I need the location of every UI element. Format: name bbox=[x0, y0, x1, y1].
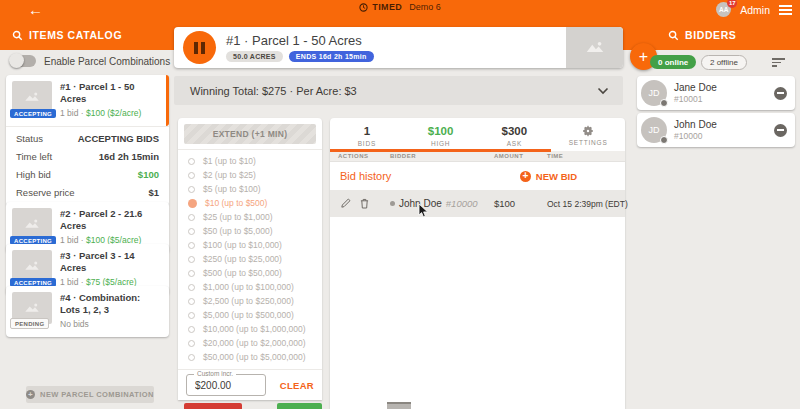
selected-indicator bbox=[166, 75, 169, 126]
combinations-toggle[interactable] bbox=[10, 55, 36, 67]
radio-icon bbox=[188, 228, 195, 235]
tab-settings[interactable]: SETTINGS bbox=[551, 118, 625, 151]
increment-label: $20,000 (up to $2,000,000) bbox=[203, 338, 306, 348]
radio-icon bbox=[188, 256, 195, 263]
mode-label: TIMED bbox=[372, 2, 402, 12]
chevron-down-icon bbox=[597, 87, 609, 95]
edit-icon[interactable] bbox=[341, 198, 351, 208]
increment-option-selected[interactable]: $10 (up to $500) bbox=[178, 196, 322, 210]
stat-bids[interactable]: 1BIDS bbox=[330, 118, 404, 151]
radio-icon bbox=[188, 284, 195, 291]
bid-count: 1 bid · bbox=[60, 108, 86, 118]
admin-avatar[interactable]: AA 17 bbox=[716, 2, 731, 17]
new-bid-button[interactable]: + NEW BID bbox=[520, 171, 577, 182]
col-time: TIME bbox=[539, 153, 625, 159]
col-amount: AMOUNT bbox=[491, 153, 539, 159]
parcel-title: #2 · Parcel 2 - 21.6 Acres bbox=[60, 208, 161, 232]
detail-row: Reserve price$1 bbox=[6, 184, 169, 202]
stat-ask[interactable]: $300ASK bbox=[478, 118, 552, 151]
image-icon bbox=[584, 39, 606, 56]
new-parcel-combination-button[interactable]: + NEW PARCEL COMBINATION bbox=[26, 386, 154, 403]
search-icon bbox=[12, 30, 23, 41]
increment-option[interactable]: $2,500 (up to $250,000) bbox=[178, 294, 322, 308]
bidder-id: #10000 bbox=[674, 131, 717, 141]
parcel-card-1[interactable]: ACCEPTING #1 · Parcel 1 - 50 Acres 1 bid… bbox=[6, 75, 169, 206]
block-bidder-icon[interactable] bbox=[774, 87, 787, 100]
increment-option[interactable]: $5,000 (up to $500,000) bbox=[178, 308, 322, 322]
increment-option[interactable]: $2 (up to $25) bbox=[178, 168, 322, 182]
bidder-card[interactable]: JD John Doe #10000 bbox=[637, 113, 795, 147]
toggle-label: Enable Parcel Combinations bbox=[44, 56, 170, 67]
increment-label: $100 (up to $10,000) bbox=[203, 240, 282, 250]
winning-total-text: Winning Total: $275 · Per Acre: $3 bbox=[174, 85, 357, 97]
bid-history-row: Bid history + NEW BID bbox=[330, 162, 625, 190]
timed-mode: TIMED bbox=[359, 2, 402, 12]
plus-icon: + bbox=[520, 171, 531, 182]
increment-option[interactable]: $25 (up to $1,000) bbox=[178, 210, 322, 224]
bidder-name: John Doe bbox=[674, 119, 717, 130]
event-title: TIMED Demo 6 bbox=[0, 2, 800, 12]
increment-option[interactable]: $250 (up to $25,000) bbox=[178, 252, 322, 266]
parcel-title: #4 · Combination: Lots 1, 2, 3 bbox=[60, 292, 161, 316]
parcel-subtitle: No bids bbox=[60, 319, 161, 329]
parcel-details: StatusACCEPTING BIDS Time left16d 2h 15m… bbox=[6, 126, 169, 206]
winning-total-bar[interactable]: Winning Total: $275 · Per Acre: $3 bbox=[174, 76, 623, 105]
detail-row: StatusACCEPTING BIDS bbox=[6, 130, 169, 148]
increment-option[interactable]: $1 (up to $10) bbox=[178, 154, 322, 168]
parcel-thumbnail: PENDING bbox=[12, 292, 52, 324]
parcel-thumbnail: ACCEPTING bbox=[12, 208, 52, 240]
increment-option[interactable]: $100 (up to $10,000) bbox=[178, 238, 322, 252]
event-name: Demo 6 bbox=[409, 2, 441, 12]
lot-image-placeholder[interactable] bbox=[566, 27, 623, 68]
sort-icon[interactable] bbox=[772, 58, 785, 67]
new-combination-label: NEW PARCEL COMBINATION bbox=[40, 390, 154, 399]
bidder-card[interactable]: JD Jane Doe #10001 bbox=[637, 76, 795, 110]
custom-increment-row: Custom incr. CLEAR bbox=[178, 369, 322, 400]
search-icon bbox=[668, 30, 679, 41]
detail-row: High bid$100 bbox=[6, 166, 169, 184]
radio-icon bbox=[188, 326, 195, 333]
radio-icon bbox=[188, 242, 195, 249]
bid-time: Oct 15 2:39pm (EDT) bbox=[539, 199, 625, 209]
offline-badge[interactable]: 2 offline bbox=[701, 55, 747, 70]
increment-label: $250 (up to $25,000) bbox=[203, 254, 282, 264]
increment-option[interactable]: $500 (up to $50,000) bbox=[178, 266, 322, 280]
new-bid-label: NEW BID bbox=[536, 171, 577, 182]
increment-option[interactable]: $20,000 (up to $2,000,000) bbox=[178, 336, 322, 350]
increment-option[interactable]: $50 (up to $5,000) bbox=[178, 224, 322, 238]
increment-option[interactable]: $1,000 (up to $100,000) bbox=[178, 280, 322, 294]
increments-panel: EXTEND (+1 MIN) $1 (up to $10) $2 (up to… bbox=[178, 118, 322, 400]
block-bidder-icon[interactable] bbox=[774, 124, 787, 137]
increment-option[interactable]: $10,000 (up to $1,000,000) bbox=[178, 322, 322, 336]
bidders-header: BIDDERS bbox=[668, 29, 736, 41]
menu-icon[interactable] bbox=[779, 5, 792, 15]
radio-icon bbox=[188, 270, 195, 277]
parcel-card-4[interactable]: PENDING #4 · Combination: Lots 1, 2, 3 N… bbox=[6, 286, 169, 337]
increment-label: $2 (up to $25) bbox=[203, 170, 256, 180]
green-action-button[interactable] bbox=[277, 403, 322, 409]
parcel-combinations-toggle-row: Enable Parcel Combinations bbox=[10, 55, 170, 67]
increment-option[interactable]: $5 (up to $100) bbox=[178, 182, 322, 196]
radio-icon bbox=[188, 312, 195, 319]
red-action-button[interactable] bbox=[184, 403, 242, 409]
custom-increment-field[interactable]: Custom incr. bbox=[186, 374, 266, 396]
extend-button[interactable]: EXTEND (+1 MIN) bbox=[184, 124, 316, 144]
increment-label: $500 (up to $50,000) bbox=[203, 268, 282, 278]
bidder-id: #10000 bbox=[446, 198, 478, 209]
increment-label: $1 (up to $10) bbox=[203, 156, 256, 166]
pause-button[interactable] bbox=[183, 31, 216, 64]
radio-icon bbox=[188, 172, 195, 179]
plus-icon: + bbox=[26, 390, 35, 399]
bidder-id: #10001 bbox=[674, 94, 717, 104]
acres-badge: 50.0 ACRES bbox=[226, 51, 283, 62]
bid-stats-row: 1BIDS $100HIGH $300ASK SETTINGS bbox=[330, 118, 625, 151]
parcel-title: #3 · Parcel 3 - 14 Acres bbox=[60, 250, 161, 274]
increment-option[interactable]: $50,000 (up to $5,000,000) bbox=[178, 350, 322, 364]
custom-increment-input[interactable] bbox=[187, 376, 265, 396]
stat-high[interactable]: $100HIGH bbox=[404, 118, 478, 151]
online-badge[interactable]: 0 online bbox=[650, 55, 696, 69]
clear-button[interactable]: CLEAR bbox=[280, 380, 314, 391]
parcel-thumbnail: ACCEPTING bbox=[12, 81, 52, 113]
delete-icon[interactable] bbox=[360, 198, 369, 209]
increment-label: $10 (up to $500) bbox=[205, 198, 267, 208]
